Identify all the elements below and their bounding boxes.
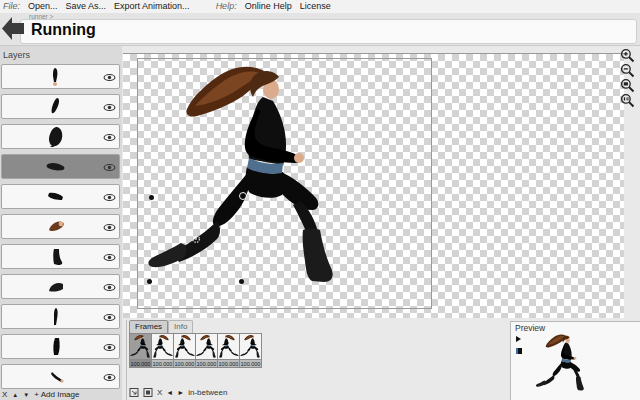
eye-icon[interactable] bbox=[103, 163, 116, 172]
layer-item-back-boot[interactable] bbox=[1, 274, 120, 299]
delete-layer-button[interactable]: X bbox=[2, 390, 7, 399]
add-image-button[interactable]: + Add Image bbox=[34, 390, 79, 399]
layers-panel: Layers bbox=[0, 46, 122, 400]
frame-thumb bbox=[240, 334, 261, 359]
frame-thumb bbox=[152, 334, 173, 359]
header: runner > Running bbox=[0, 13, 640, 46]
frame-duration: 100.000 bbox=[240, 359, 261, 367]
stop-icon[interactable] bbox=[516, 348, 522, 354]
layer-item-torso[interactable] bbox=[1, 124, 120, 149]
layer-item-forearm-hand[interactable] bbox=[1, 64, 120, 89]
frame-duration: 100.000 bbox=[130, 359, 151, 367]
layer-item-thigh[interactable] bbox=[1, 154, 120, 179]
runner-figure[interactable] bbox=[145, 61, 345, 291]
delete-frame-button[interactable]: X bbox=[157, 388, 162, 397]
zoom-out-icon[interactable] bbox=[620, 63, 635, 78]
eye-icon[interactable] bbox=[103, 193, 116, 202]
frame-duration: 100.000 bbox=[152, 359, 173, 367]
move-layer-down-button[interactable]: ▼ bbox=[23, 392, 29, 398]
frame-controls: X ◄ ► in-between bbox=[129, 386, 227, 398]
pivot-point[interactable] bbox=[239, 192, 247, 200]
page-title: Running bbox=[31, 21, 96, 39]
preview-panel: Preview bbox=[510, 321, 640, 400]
help-menu-label: Help: bbox=[216, 0, 237, 13]
frame-cell-5[interactable]: 100.000 bbox=[217, 333, 240, 368]
layer-thumb-back-boot bbox=[44, 276, 68, 298]
move-layer-up-button[interactable]: ▲ bbox=[12, 392, 18, 398]
layer-item-lower-leg[interactable] bbox=[1, 334, 120, 359]
breadcrumb[interactable]: runner > bbox=[29, 13, 53, 20]
zoom-fit-icon[interactable] bbox=[620, 78, 635, 93]
menu-export-animation[interactable]: Export Animation... bbox=[114, 0, 190, 13]
frame-cell-1[interactable]: 100.000 bbox=[129, 333, 152, 368]
inbetween-button[interactable]: in-between bbox=[188, 388, 227, 397]
layer-thumb-calf bbox=[44, 186, 68, 208]
menu-license[interactable]: License bbox=[300, 0, 331, 13]
paste-frame-icon[interactable] bbox=[143, 387, 153, 398]
layers-title: Layers bbox=[3, 50, 30, 60]
frame-duration: 100.000 bbox=[196, 359, 217, 367]
frame-thumb bbox=[130, 334, 151, 359]
menu-online-help[interactable]: Online Help bbox=[245, 0, 292, 13]
frame-thumb bbox=[174, 334, 195, 359]
file-menu-label: File: bbox=[3, 0, 20, 13]
layer-thumb-arm-small bbox=[44, 366, 68, 388]
layer-item-calf[interactable] bbox=[1, 184, 120, 209]
layer-item-front-boot[interactable] bbox=[1, 244, 120, 269]
eye-icon[interactable] bbox=[103, 283, 116, 292]
layer-item-shin[interactable] bbox=[1, 304, 120, 329]
layer-thumb-thigh bbox=[44, 156, 68, 178]
frame-duration: 100.000 bbox=[174, 359, 195, 367]
tab-frames[interactable]: Frames bbox=[129, 320, 168, 333]
layer-thumb-head-hair bbox=[44, 216, 68, 238]
control-point[interactable] bbox=[239, 279, 244, 284]
eye-icon[interactable] bbox=[103, 223, 116, 232]
title-field[interactable] bbox=[20, 19, 637, 44]
eye-icon[interactable] bbox=[103, 343, 116, 352]
move-frame-right-button[interactable]: ► bbox=[177, 389, 184, 396]
tab-info[interactable]: Info bbox=[168, 320, 193, 333]
layer-item-head-hair[interactable] bbox=[1, 214, 120, 239]
eye-icon[interactable] bbox=[103, 253, 116, 262]
frame-cell-4[interactable]: 100.000 bbox=[195, 333, 218, 368]
move-frame-left-button[interactable]: ◄ bbox=[166, 389, 173, 396]
layers-footer: X ▲ ▼ + Add Image bbox=[2, 390, 79, 399]
frame-cell-6[interactable]: 100.000 bbox=[239, 333, 262, 368]
control-point[interactable] bbox=[149, 195, 154, 200]
frame-thumb bbox=[196, 334, 217, 359]
canvas[interactable] bbox=[123, 53, 624, 318]
eye-icon[interactable] bbox=[103, 133, 116, 142]
layer-item-upper-arm[interactable] bbox=[1, 94, 120, 119]
zoom-in-icon[interactable] bbox=[620, 48, 635, 63]
eye-icon[interactable] bbox=[103, 373, 116, 382]
eye-icon[interactable] bbox=[103, 313, 116, 322]
frame-cell-3[interactable]: 100.000 bbox=[173, 333, 196, 368]
eye-icon[interactable] bbox=[103, 103, 116, 112]
back-icon[interactable] bbox=[2, 16, 25, 41]
eye-icon[interactable] bbox=[103, 73, 116, 82]
frame-strip: 100.000 100.000 100.000 100.000 100.000 … bbox=[129, 333, 262, 368]
frame-cell-2[interactable]: 100.000 bbox=[151, 333, 174, 368]
menu-bar: File: Open... Save As... Export Animatio… bbox=[0, 0, 640, 13]
play-icon[interactable] bbox=[516, 336, 521, 342]
joint-gear-icon[interactable] bbox=[191, 234, 201, 244]
frame-thumb bbox=[218, 334, 239, 359]
control-point[interactable] bbox=[147, 279, 152, 284]
layer-thumb-lower-leg bbox=[44, 336, 68, 358]
zoom-actual-size-icon[interactable] bbox=[620, 93, 635, 108]
menu-save-as[interactable]: Save As... bbox=[66, 0, 107, 13]
layer-thumb-shin bbox=[44, 306, 68, 328]
preview-runner-figure bbox=[535, 332, 587, 394]
frame-duration: 100.000 bbox=[218, 359, 239, 367]
layer-item-arm-small[interactable] bbox=[1, 364, 120, 389]
copy-frame-icon[interactable] bbox=[129, 387, 139, 398]
panel-divider bbox=[126, 320, 127, 400]
layer-thumb-torso bbox=[44, 126, 68, 148]
layer-thumb-front-boot bbox=[44, 246, 68, 268]
layer-thumb-upper-arm bbox=[44, 96, 68, 118]
menu-open[interactable]: Open... bbox=[28, 0, 58, 13]
layer-thumb-forearm-hand bbox=[44, 66, 68, 88]
